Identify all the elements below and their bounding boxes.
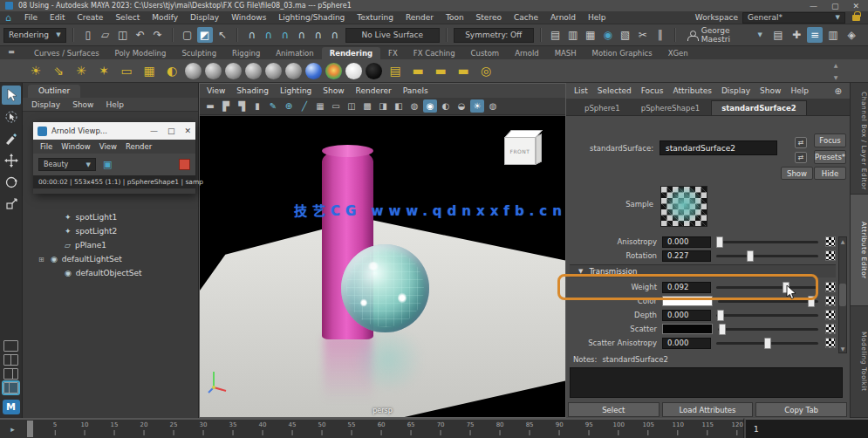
shelf-tab[interactable]: Sculpting [174, 47, 224, 59]
shelf-tool-icon[interactable]: ◐ [162, 61, 181, 80]
viewport-toolbar-icon[interactable]: ▦ [313, 99, 327, 113]
shelf-material-sphere[interactable] [285, 63, 302, 79]
render-icon[interactable]: ✂ [635, 27, 651, 43]
viewport-menu-item[interactable]: Shading [236, 86, 269, 95]
arnold-window-titlebar[interactable]: Arnold Viewp... — □ ✕ [33, 122, 195, 140]
arnold-menu-item[interactable]: View [99, 142, 117, 151]
timeline-tick[interactable]: 45 [289, 421, 297, 435]
timeline-tick[interactable]: 100 [612, 421, 624, 435]
menu-item[interactable]: Texturing [351, 13, 400, 22]
file-action-icon[interactable]: ▱ [98, 27, 113, 43]
shelf-tab[interactable]: Custom [463, 47, 508, 59]
map-checker-button[interactable] [825, 324, 836, 334]
shelf-material-sphere[interactable] [205, 63, 222, 79]
viewport-toolbar-icon[interactable]: ◨ [376, 99, 390, 113]
shelf-material-sphere[interactable] [345, 63, 362, 79]
scale-tool[interactable] [2, 195, 21, 214]
viewport-menu-item[interactable]: Panels [403, 86, 428, 95]
shelf-material-sphere[interactable] [366, 63, 382, 79]
ae-footer-button[interactable]: Select [568, 402, 660, 417]
timeline-tick[interactable]: 75 [467, 421, 475, 435]
rotate-tool[interactable] [2, 173, 21, 192]
map-checker-button[interactable] [825, 338, 836, 348]
shelf-tool-icon[interactable]: ▬ [431, 61, 450, 80]
render-icon[interactable]: ‖ [653, 27, 668, 43]
slider-handle[interactable] [808, 296, 815, 307]
move-tool[interactable] [2, 151, 21, 170]
render-icon[interactable]: ▤ [548, 27, 564, 43]
timeline-tick[interactable]: 15 [111, 421, 119, 435]
viewport-toolbar-icon[interactable]: ▩ [360, 99, 374, 113]
maximize-button[interactable]: □ [167, 127, 175, 135]
material-sample-swatch[interactable] [660, 186, 707, 227]
snap-magnet-icon[interactable]: ∩ [294, 27, 310, 43]
viewport-toolbar-icon[interactable]: ☀ [470, 99, 484, 113]
arnold-menu-item[interactable]: Window [61, 142, 91, 151]
shelf-tab[interactable]: Curves / Surfaces [26, 47, 107, 59]
viewport-toolbar-icon[interactable]: ▬ [203, 99, 217, 113]
glass-sphere[interactable] [341, 244, 429, 332]
menu-item[interactable]: Lighting/Shading [272, 13, 351, 22]
outliner-item[interactable]: ✦ spotLight2 [23, 224, 198, 238]
transmission-section-header[interactable]: ▼ Transmission [570, 264, 836, 277]
timeline-tick[interactable]: 50 [318, 421, 326, 435]
timeline-tick[interactable]: 65 [407, 421, 415, 435]
shelf-tool-icon[interactable]: ✶ [94, 61, 113, 80]
attribute-slider[interactable] [716, 314, 818, 317]
ae-menu-item[interactable]: Display [721, 86, 750, 95]
viewport-toolbar-icon[interactable]: ◉ [423, 99, 437, 113]
pin-icon[interactable]: ⊕ [835, 86, 842, 96]
sidebar-vertical-tab[interactable]: Attribute Editor [851, 195, 868, 306]
timeline-tick[interactable]: 30 [200, 421, 208, 435]
map-checker-button[interactable] [825, 236, 836, 247]
viewport-menu-item[interactable]: View [207, 86, 225, 95]
timeline-left-button[interactable]: ▸ [0, 418, 25, 438]
ae-menu-item[interactable]: Help [790, 86, 809, 95]
shelf-tab[interactable]: FX [380, 47, 406, 59]
stop-render-button[interactable] [179, 159, 190, 170]
time-slider[interactable]: 5101520253035404550556065707580859095100… [25, 418, 744, 438]
symmetry-field[interactable]: Symmetry: Off [454, 28, 534, 43]
timeline-tick[interactable]: 5 [53, 421, 57, 435]
shelf-tab[interactable]: Animation [268, 47, 321, 59]
timeline-tick[interactable]: 85 [526, 421, 534, 435]
sidebar-toggle-icon[interactable]: ▥ [825, 27, 841, 43]
ae-menu-item[interactable]: Attributes [673, 86, 711, 95]
shelf-tool-icon[interactable]: ☀ [26, 61, 45, 80]
viewport-toolbar-icon[interactable]: ◧ [392, 99, 406, 113]
arnold-menu-item[interactable]: Render [126, 142, 152, 151]
viewport-toolbar-icon[interactable]: ◫ [345, 99, 359, 113]
sidebar-toggle-icon[interactable]: ✚ [789, 27, 804, 43]
expand-icon[interactable]: ⊞ [38, 256, 46, 263]
viewport-toolbar-icon[interactable]: ▭ [329, 99, 343, 113]
file-action-icon[interactable]: ▯ [80, 27, 96, 43]
viewport-menu-item[interactable]: Lighting [280, 86, 311, 95]
snap-magnet-icon[interactable]: ∩ [244, 27, 260, 43]
outliner-item[interactable]: ⊞ ◉ defaultLightSet [23, 252, 198, 266]
attribute-slider[interactable] [716, 255, 818, 257]
snap-magnet-icon[interactable]: ∩ [277, 27, 293, 43]
view-cube[interactable]: FRONT [502, 128, 547, 174]
notes-textarea[interactable] [570, 367, 843, 398]
shelf-tab[interactable]: Poly Modeling [107, 47, 174, 59]
timeline-tick[interactable]: 120 [732, 421, 743, 435]
outliner-item[interactable]: ▱ pPlane1 [23, 238, 198, 252]
region-select-icon[interactable]: ▣ [103, 159, 112, 170]
shelf-tab[interactable]: Arnold [507, 47, 547, 59]
viewport-toolbar-icon[interactable]: ◒ [455, 99, 468, 113]
shelf-tab[interactable]: FX Caching [406, 47, 463, 59]
shelf-material-sphere[interactable] [265, 63, 282, 79]
attribute-slider[interactable] [718, 328, 818, 331]
timeline-tick[interactable]: 115 [702, 421, 714, 435]
ae-node-tab[interactable]: pSphereShape1 [632, 101, 709, 115]
paint-select-tool[interactable] [2, 129, 21, 148]
timeline-tick[interactable]: 20 [140, 421, 148, 435]
outliner-item[interactable]: ✦ spotLight1 [23, 210, 198, 224]
render-icon[interactable]: ▧ [618, 27, 633, 43]
node-name-field[interactable]: standardSurface2 [660, 140, 777, 155]
slider-handle[interactable] [719, 324, 726, 335]
menu-item[interactable]: Select [109, 13, 146, 22]
sidebar-toggle-icon[interactable]: ▤ [770, 27, 786, 43]
viewport-toolbar-icon[interactable]: ◍ [407, 99, 421, 113]
ae-node-tab[interactable]: pSphere1 [575, 101, 630, 115]
